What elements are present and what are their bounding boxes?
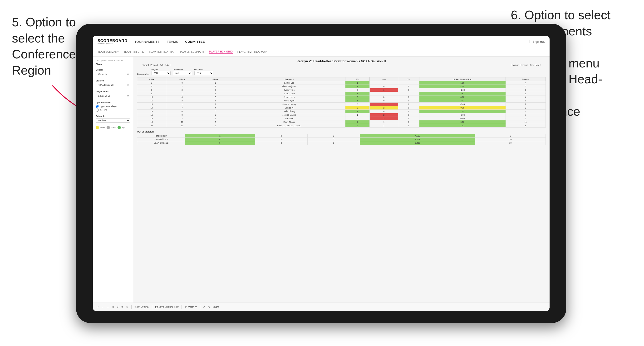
main-nav: TOURNAMENTS TEAMS COMMITTEE: [135, 40, 522, 43]
player-label: Player: [96, 63, 130, 65]
tablet-device: SCOREBOARD Powered by clippd TOURNAMENTS…: [76, 24, 566, 323]
table-row: 19106 Emily Chang 410 0.3011: [137, 120, 546, 124]
division-record: Division Record: 331 - 34 - 6: [511, 64, 541, 66]
colour-by-select[interactable]: Win/loss: [96, 118, 130, 123]
division-select[interactable]: NCAA Division III: [96, 83, 130, 87]
tablet-screen: SCOREBOARD Powered by clippd TOURNAMENTS…: [93, 36, 550, 311]
opponent-select[interactable]: (All): [194, 71, 214, 75]
radio-top-100[interactable]: Top 100: [96, 109, 130, 112]
last-updated: Last Updated: 27/03/2024 12:44: [96, 59, 130, 61]
records-row: Overall Record: 353 - 34 - 6 Division Re…: [137, 64, 546, 66]
nav-committee[interactable]: COMMITTEE: [185, 40, 205, 43]
division-section: Division NCAA Division III: [96, 80, 130, 87]
colour-by-section: Colour by Win/loss: [96, 115, 130, 123]
color-legend: Down Level Up: [96, 126, 130, 129]
col-conf: # Conf: [198, 77, 233, 81]
sub-nav-team-h2h-heatmap[interactable]: TEAM H2H HEATMAP: [149, 50, 175, 54]
out-of-division-table: Foreign Team 1 0 0 4.500 2 NAIA Division…: [137, 134, 546, 145]
colour-by-label: Colour by: [96, 115, 130, 117]
level-label: Level: [111, 127, 116, 129]
player-rank-select[interactable]: 8. Katelyn Vo: [96, 94, 130, 98]
player-rank-section: Player (Rank) 8. Katelyn Vo: [96, 90, 130, 98]
col-div: # Div: [137, 77, 166, 81]
opponents-label: Opponents:: [137, 73, 149, 75]
col-rounds: Rounds: [506, 77, 546, 81]
level-color-dot: [106, 126, 110, 129]
sub-nav-team-summary[interactable]: TEAM SUMMARY: [98, 50, 119, 54]
right-content: Katelyn Vo Head-to-Head Grid for Women's…: [133, 56, 550, 311]
col-reg: # Reg: [166, 77, 198, 81]
table-row: 1636 Jessica Mason 120 -0.947: [137, 113, 546, 117]
out-of-division-title: Out of division: [137, 130, 546, 133]
col-loss: Loss: [370, 77, 398, 81]
sub-nav-player-summary[interactable]: PLAYER SUMMARY: [180, 50, 204, 54]
share-btn[interactable]: Share: [213, 306, 219, 308]
save-custom-view-btn[interactable]: 💾 Save Custom View: [155, 306, 179, 308]
gender-section: Gender Women's: [96, 69, 130, 76]
bottom-toolbar: ↩ ← → ⊞ ↺ ⟳ ⏱ View: Original 💾 Save Cust…: [133, 303, 550, 311]
page-title: Katelyn Vo Head-to-Head Grid for Women's…: [137, 59, 546, 63]
opponent-filter: Opponent (All): [194, 68, 214, 75]
sub-nav: TEAM SUMMARY TEAM H2H GRID TEAM H2H HEAT…: [93, 48, 550, 56]
sub-nav-team-h2h-grid[interactable]: TEAM H2H GRID: [124, 50, 144, 54]
table-row: 1125 Heejo Hyun 100 3.333: [137, 99, 546, 103]
opponent-view-section: Opponent view Opponents Played Top 100: [96, 101, 130, 112]
opponent-radio-group: Opponents Played Top 100: [96, 105, 130, 112]
left-panel: Last Updated: 27/03/2024 12:44 Player Ge…: [93, 56, 133, 311]
main-content: Last Updated: 27/03/2024 12:44 Player Ge…: [93, 56, 550, 311]
down-color-dot: [96, 126, 99, 129]
col-tie: Tie: [398, 77, 420, 81]
region-filter: Region (All): [152, 68, 170, 75]
table-row: NAIA Division 1 15 0 0 9.267 30: [137, 138, 546, 141]
separator: |: [529, 40, 530, 43]
sign-out-link[interactable]: Sign out: [532, 40, 545, 43]
radio-opponents-played[interactable]: Opponents Played: [96, 105, 130, 108]
table-row: 1063 Andrea York 200 4.004: [137, 95, 546, 99]
table-row: 1822 Euna Lee 030 -5.002: [137, 117, 546, 120]
conference-select[interactable]: (All): [173, 71, 192, 75]
sub-nav-player-h2h-grid[interactable]: PLAYER H2H GRID: [209, 50, 233, 54]
table-row: 522 Alexis Sudjianto 100 4.003: [137, 85, 546, 88]
conference-filter: Conference (All): [173, 68, 192, 75]
up-label: Up: [122, 127, 125, 129]
nav-tournaments[interactable]: TOURNAMENTS: [135, 40, 160, 43]
overall-record: Overall Record: 353 - 34 - 6: [142, 64, 171, 66]
table-row: 1311 Jessica Huang 010 -3.002: [137, 103, 546, 106]
table-row: 914 Sharon Mun 1 3.673: [137, 92, 546, 95]
gender-select[interactable]: Women's: [96, 72, 130, 76]
logo-sub: Powered by clippd: [98, 43, 128, 45]
view-original-btn[interactable]: View: Original: [134, 306, 149, 308]
conference-filter-label: Conference: [173, 68, 192, 71]
col-opponent: Opponent: [233, 77, 345, 81]
region-select[interactable]: (All): [152, 71, 170, 75]
division-label: Division: [96, 80, 130, 82]
table-row: 20117 Federica Domecq Lacroze 210 1.336: [137, 124, 546, 128]
table-row: Foreign Team 1 0 0 4.500 2: [137, 134, 546, 138]
swap-btn[interactable]: ⇆: [208, 306, 210, 308]
separator-3: [182, 305, 182, 309]
filters-row: Opponents: Region (All) Conference (All): [137, 68, 546, 75]
logo: SCOREBOARD Powered by clippd: [98, 39, 128, 45]
up-color-dot: [118, 126, 121, 129]
main-data-table: # Div # Reg # Conf Opponent Win Loss Tie…: [137, 77, 546, 128]
sub-nav-player-h2h-heatmap[interactable]: PLAYER H2H HEATMAP: [238, 50, 267, 54]
nav-teams[interactable]: TEAMS: [167, 40, 178, 43]
table-row: 1585 Stella Cheng 100 1.254: [137, 110, 546, 113]
region-filter-label: Region: [152, 68, 170, 71]
player-rank-label: Player (Rank): [96, 90, 130, 93]
app-header: SCOREBOARD Powered by clippd TOURNAMENTS…: [93, 36, 550, 48]
watch-btn[interactable]: 👁 Watch ▼: [184, 306, 197, 308]
player-section: Player: [96, 63, 130, 65]
table-row: 633 Sydney Kuo 010 -1.003: [137, 88, 546, 92]
table-row: NCAA Division 2 5 0 0 7.400 10: [137, 141, 546, 145]
down-label: Down: [100, 127, 105, 129]
separator-4: [200, 305, 200, 309]
col-diff: Diff Av Strokes/Rnd: [419, 77, 506, 81]
col-win: Win: [345, 77, 370, 81]
table-row: 1474 Eunice Yi 220 0.389: [137, 106, 546, 110]
gender-label: Gender: [96, 69, 130, 71]
expand-btn[interactable]: ⤢: [203, 306, 205, 308]
header-right: | Sign out: [529, 40, 545, 43]
separator-2: [152, 305, 152, 309]
table-row: 331 Esther Lee 1 1.504: [137, 81, 546, 85]
